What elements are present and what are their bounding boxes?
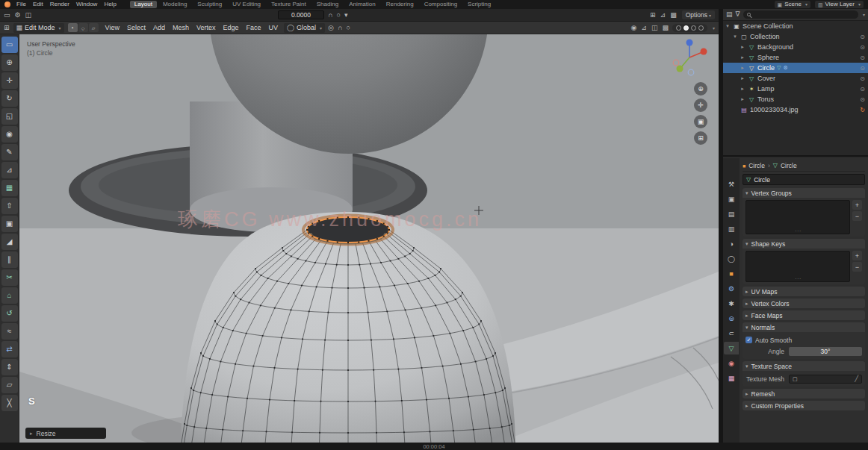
list-grip-icon[interactable]: ⋯ [795, 277, 801, 281]
proportional-editing-icon[interactable]: ○ [346, 25, 350, 31]
outliner-item-background[interactable]: ▸▽Background⊙ [723, 42, 868, 52]
viewport-menu-uv[interactable]: UV [269, 24, 279, 31]
tool-inset-faces[interactable]: ▣ [1, 216, 18, 232]
properties-tab-tool[interactable]: ⚒ [724, 178, 739, 190]
overlay-icon[interactable]: ▩ [670, 12, 677, 19]
tool-shrink-fatten[interactable]: ⇕ [1, 359, 18, 375]
shading-wireframe[interactable] [676, 25, 681, 31]
tool-rip-region[interactable]: ╳ [1, 395, 18, 411]
vertex-groups-list[interactable]: ⋯ [745, 200, 850, 234]
show-overlays-icon[interactable]: ◫ [651, 25, 658, 31]
visibility-icon[interactable]: ⊙ [860, 65, 865, 72]
outliner-item-torus[interactable]: ▸▽Torus⊙ [723, 94, 868, 104]
filter-icon[interactable]: ∇ [736, 11, 740, 18]
tool-measure[interactable]: ⊿ [1, 162, 18, 178]
add-shape-key-button[interactable]: + [852, 251, 862, 260]
workspace-tab-modeling[interactable]: Modeling [158, 1, 191, 8]
pan-hand-button[interactable]: ✛ [694, 99, 707, 112]
panel-header-normals[interactable]: ▾ Normals [743, 322, 865, 332]
menu-window[interactable]: Window [76, 1, 97, 7]
workspace-tab-sculpting[interactable]: Sculpting [193, 1, 226, 8]
tool-move[interactable]: ✛ [1, 72, 18, 89]
workspace-tab-animation[interactable]: Animation [344, 1, 380, 8]
disclosure-icon[interactable]: ▸ [740, 44, 745, 50]
panel-header-vertex-colors[interactable]: ▸ Vertex Colors [743, 299, 865, 308]
properties-tab-output[interactable]: ▤ [724, 207, 739, 220]
properties-tab-particles[interactable]: ✱ [724, 297, 739, 310]
options-dropdown[interactable]: Options [682, 10, 715, 19]
select-mode-face[interactable]: ▱ [89, 23, 99, 32]
breadcrumb-object[interactable]: Circle [748, 162, 765, 169]
tool-smooth[interactable]: ≈ [1, 323, 18, 340]
proportional-icon[interactable]: ○ [336, 12, 340, 19]
panel-header-custom-properties[interactable]: ▸ Custom Properties [743, 401, 865, 410]
refresh-icon[interactable]: ↻ [860, 107, 865, 113]
viewport-3d[interactable]: User Perspective (1) Circle 琢磨CG www.zhu… [19, 34, 719, 443]
properties-tab-physics[interactable]: ⊚ [724, 312, 739, 325]
view-layer-selector[interactable]: ▥ View Layer [815, 1, 864, 8]
tool-scale[interactable]: ◱ [1, 108, 18, 125]
panel-header-face-maps[interactable]: ▸ Face Maps [743, 310, 865, 320]
viewport-menu-view[interactable]: View [105, 24, 120, 31]
tool-add-cube[interactable]: ▦ [1, 180, 18, 196]
snap-toggle-icon[interactable]: ∩ [328, 12, 332, 19]
active-tool-icon[interactable]: ▭ [4, 12, 10, 19]
viewport-menu-edge[interactable]: Edge [223, 24, 239, 31]
tool-rotate[interactable]: ↻ [1, 90, 18, 107]
add-vertex-group-button[interactable]: + [852, 200, 862, 210]
panel-header-uv-maps[interactable]: ▸ UV Maps [743, 287, 865, 296]
tool-transform[interactable]: ◉ [1, 126, 18, 143]
list-grip-icon[interactable]: ⋯ [795, 229, 801, 234]
tool-select-box[interactable]: ▭ [1, 37, 18, 53]
editor-type-icon[interactable]: ⊞ [4, 25, 10, 31]
tool-edge-slide[interactable]: ⇄ [1, 341, 18, 357]
angle-slider[interactable]: 30° [789, 347, 862, 356]
outliner-item-scene-collection[interactable]: ▾▣Scene Collection [723, 21, 868, 31]
workspace-tab-compositing[interactable]: Compositing [420, 1, 462, 8]
visibility-icon[interactable]: ⊙ [860, 54, 865, 61]
properties-tab-object-data[interactable]: ▽ [724, 342, 739, 354]
workspace-tab-shading[interactable]: Shading [312, 1, 343, 8]
disclosure-icon[interactable]: ▸ [740, 54, 745, 60]
tool-extrude-region[interactable]: ⇧ [1, 198, 18, 214]
auto-smooth-checkbox[interactable]: ✓ [745, 337, 752, 343]
workspace-filter-icon[interactable]: ◫ [25, 12, 32, 19]
tool-spin[interactable]: ↺ [1, 305, 18, 322]
pivot-point-icon[interactable]: ◎ [328, 25, 334, 31]
texture-mesh-field[interactable]: ▢ ╱ [789, 375, 862, 384]
camera-view-button[interactable]: ▣ [694, 115, 707, 128]
snap-magnet-icon[interactable]: ∩ [338, 25, 342, 31]
disclosure-icon[interactable]: ▾ [725, 23, 731, 29]
orientation-dropdown[interactable]: ◯ Global [284, 23, 325, 33]
properties-tab-constraints[interactable]: ⊂ [724, 327, 739, 340]
zoom-button[interactable]: ⊕ [694, 82, 707, 96]
outliner-editor-icon[interactable]: ▤ [726, 11, 733, 18]
disclosure-icon[interactable]: ▸ [740, 65, 745, 71]
remove-vertex-group-button[interactable]: − [852, 211, 862, 221]
workspace-tab-texture-paint[interactable]: Texture Paint [267, 1, 311, 8]
disclosure-icon[interactable]: ▾ [732, 34, 738, 40]
menu-render[interactable]: Render [50, 1, 69, 7]
visibility-icon[interactable]: ⊙ [860, 75, 865, 82]
outliner-filter-dropdown[interactable] [861, 11, 865, 18]
remove-shape-key-button[interactable]: − [852, 262, 862, 272]
outliner-item-cover[interactable]: ▸▽Cover⊙ [723, 73, 868, 84]
tool-shear[interactable]: ▱ [1, 377, 18, 393]
menu-help[interactable]: Help [104, 1, 116, 7]
properties-tab-texture[interactable]: ▦ [724, 372, 739, 384]
toggle-ortho-button[interactable]: ⊞ [694, 131, 707, 145]
toggle-xray-icon[interactable]: ▩ [662, 25, 669, 31]
workspace-tab-uv-editing[interactable]: UV Editing [228, 1, 265, 8]
viewport-menu-vertex[interactable]: Vertex [196, 24, 216, 31]
navigation-gizmo[interactable] [669, 37, 710, 78]
tool-cursor[interactable]: ⊕ [1, 54, 18, 71]
panel-header-remesh[interactable]: ▸ Remesh [743, 389, 865, 399]
measure-icon[interactable]: ⊿ [660, 12, 666, 19]
shape-keys-list[interactable]: ⋯ [745, 251, 850, 282]
shading-solid[interactable] [683, 25, 689, 31]
outliner-item-circle[interactable]: ▸▽Circle▽⚙⊙ [723, 63, 868, 73]
panel-header-shape-keys[interactable]: ▾ Shape Keys [743, 239, 865, 249]
outliner-item-lamp[interactable]: ▸✶Lamp⊙ [723, 84, 868, 94]
visibility-icon[interactable]: ⊙ [860, 96, 865, 103]
properties-tab-render[interactable]: ▣ [724, 193, 739, 205]
